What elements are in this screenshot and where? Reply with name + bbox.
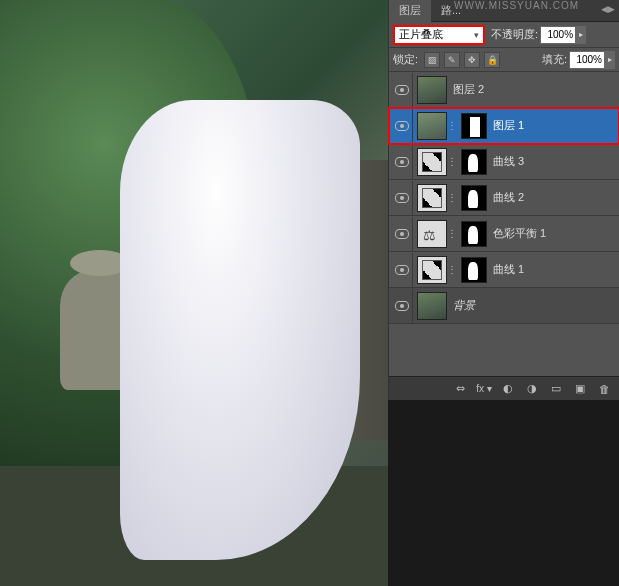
- layer-row[interactable]: ⋮ 曲线 3: [389, 144, 619, 180]
- eye-icon: [395, 193, 409, 203]
- eye-icon: [395, 301, 409, 311]
- layer-thumbnail[interactable]: [417, 76, 447, 104]
- layer-row-background[interactable]: 背景: [389, 288, 619, 324]
- fill-label: 填充:: [542, 52, 567, 67]
- lock-all-icon[interactable]: 🔒: [484, 52, 500, 68]
- new-group-icon[interactable]: ▭: [547, 381, 565, 397]
- watermark-text: WWW.MISSYUAN.COM: [454, 0, 579, 11]
- eye-icon: [395, 265, 409, 275]
- layer-name-label[interactable]: 曲线 1: [493, 262, 617, 277]
- add-mask-icon[interactable]: ◐: [499, 381, 517, 397]
- opacity-flyout-icon[interactable]: ▸: [576, 26, 586, 44]
- lock-fill-row: 锁定: ▨ ✎ ✥ 🔒 填充: 100% ▸: [389, 48, 619, 72]
- blend-opacity-row: 正片叠底 不透明度: 100% ▸: [389, 22, 619, 48]
- eye-icon: [395, 121, 409, 131]
- adjustment-thumbnail[interactable]: [417, 148, 447, 176]
- layer-thumbnail[interactable]: [417, 292, 447, 320]
- lock-transparency-icon[interactable]: ▨: [424, 52, 440, 68]
- layer-mask-thumbnail[interactable]: [461, 113, 487, 139]
- layer-row[interactable]: 图层 2: [389, 72, 619, 108]
- layer-name-label[interactable]: 曲线 3: [493, 154, 617, 169]
- layer-name-label[interactable]: 背景: [453, 298, 617, 313]
- opacity-input[interactable]: 100%: [540, 26, 576, 44]
- mask-link-icon[interactable]: ⋮: [447, 156, 457, 167]
- panel-tab-bar: 图层 路... WWW.MISSYUAN.COM ◀▶: [389, 0, 619, 22]
- blend-mode-select[interactable]: 正片叠底: [393, 25, 485, 45]
- visibility-toggle[interactable]: [391, 145, 413, 179]
- eye-icon: [395, 157, 409, 167]
- curves-icon: [422, 260, 442, 280]
- eye-icon: [395, 229, 409, 239]
- lock-label: 锁定:: [393, 52, 418, 67]
- visibility-toggle[interactable]: [391, 289, 413, 323]
- mask-link-icon[interactable]: ⋮: [447, 228, 457, 239]
- adjustment-thumbnail[interactable]: [417, 220, 447, 248]
- layer-mask-thumbnail[interactable]: [461, 257, 487, 283]
- canvas-image: [0, 0, 388, 586]
- visibility-toggle[interactable]: [391, 253, 413, 287]
- layer-name-label[interactable]: 色彩平衡 1: [493, 226, 617, 241]
- visibility-toggle[interactable]: [391, 109, 413, 143]
- mask-link-icon[interactable]: ⋮: [447, 264, 457, 275]
- layer-mask-thumbnail[interactable]: [461, 221, 487, 247]
- tab-layers[interactable]: 图层: [389, 0, 431, 22]
- layer-row[interactable]: ⋮ 色彩平衡 1: [389, 216, 619, 252]
- layer-mask-thumbnail[interactable]: [461, 149, 487, 175]
- document-canvas[interactable]: [0, 0, 388, 586]
- fx-icon[interactable]: fx ▾: [475, 381, 493, 397]
- add-adjustment-icon[interactable]: ◑: [523, 381, 541, 397]
- fill-input[interactable]: 100%: [569, 51, 605, 69]
- fill-flyout-icon[interactable]: ▸: [605, 51, 615, 69]
- layers-panel: 图层 路... WWW.MISSYUAN.COM ◀▶ 正片叠底 不透明度: 1…: [388, 0, 619, 400]
- layer-mask-thumbnail[interactable]: [461, 185, 487, 211]
- color-balance-icon: [423, 227, 441, 241]
- visibility-toggle[interactable]: [391, 73, 413, 107]
- layer-name-label[interactable]: 图层 2: [453, 82, 617, 97]
- panel-collapse-icon[interactable]: ◀▶: [601, 4, 615, 14]
- curves-icon: [422, 188, 442, 208]
- opacity-label: 不透明度:: [491, 27, 538, 42]
- adjustment-thumbnail[interactable]: [417, 184, 447, 212]
- lock-position-icon[interactable]: ✥: [464, 52, 480, 68]
- link-layers-icon[interactable]: ⇔: [451, 381, 469, 397]
- layer-row[interactable]: ⋮ 曲线 2: [389, 180, 619, 216]
- delete-layer-icon[interactable]: 🗑: [595, 381, 613, 397]
- layer-list: 图层 2 ⋮ 图层 1 ⋮ 曲线 3 ⋮ 曲线 2 ⋮: [389, 72, 619, 324]
- layer-row[interactable]: ⋮ 曲线 1: [389, 252, 619, 288]
- layer-row[interactable]: ⋮ 图层 1: [389, 108, 619, 144]
- visibility-toggle[interactable]: [391, 217, 413, 251]
- mask-link-icon[interactable]: ⋮: [447, 120, 457, 131]
- curves-icon: [422, 152, 442, 172]
- new-layer-icon[interactable]: ▣: [571, 381, 589, 397]
- eye-icon: [395, 85, 409, 95]
- adjustment-thumbnail[interactable]: [417, 256, 447, 284]
- visibility-toggle[interactable]: [391, 181, 413, 215]
- layer-name-label[interactable]: 曲线 2: [493, 190, 617, 205]
- lock-pixels-icon[interactable]: ✎: [444, 52, 460, 68]
- layer-thumbnail[interactable]: [417, 112, 447, 140]
- layer-name-label[interactable]: 图层 1: [493, 118, 617, 133]
- mask-link-icon[interactable]: ⋮: [447, 192, 457, 203]
- layers-panel-footer: ⇔ fx ▾ ◐ ◑ ▭ ▣ 🗑: [389, 376, 619, 400]
